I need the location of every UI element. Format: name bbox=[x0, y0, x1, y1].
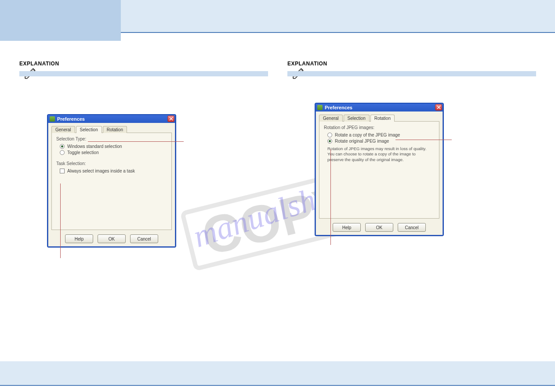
cancel-button[interactable]: Cancel bbox=[130, 234, 158, 243]
ok-button[interactable]: OK bbox=[98, 234, 126, 243]
preferences-dialog-selection: Preferences General Selection Rotation S… bbox=[47, 114, 176, 248]
cancel-button[interactable]: Cancel bbox=[398, 223, 426, 232]
app-icon bbox=[50, 116, 55, 122]
dialog-titlebar[interactable]: Preferences bbox=[48, 115, 175, 123]
checkbox-always-select[interactable] bbox=[60, 169, 65, 173]
explanation-bar-left bbox=[19, 71, 268, 76]
annotation-line bbox=[60, 183, 61, 258]
radio-windows-standard-label: Windows standard selection bbox=[67, 144, 122, 149]
dialog-title: Preferences bbox=[57, 116, 85, 122]
footer-rule bbox=[0, 385, 555, 386]
tab-general[interactable]: General bbox=[51, 126, 75, 133]
selection-type-label: Selection Type: bbox=[56, 137, 167, 141]
radio-toggle-selection-label: Toggle selection bbox=[67, 150, 99, 155]
tab-rotation[interactable]: Rotation bbox=[103, 126, 127, 133]
ok-button[interactable]: OK bbox=[365, 223, 393, 232]
radio-windows-standard[interactable] bbox=[60, 144, 65, 149]
tab-strip: General Selection Rotation bbox=[51, 126, 172, 133]
preferences-dialog-rotation: Preferences General Selection Rotation R… bbox=[315, 103, 444, 236]
footer-band bbox=[0, 361, 555, 385]
close-button[interactable] bbox=[167, 115, 174, 122]
tab-panel: Rotation of JPEG images: Rotate a copy o… bbox=[319, 121, 439, 219]
task-selection-label: Task Selection: bbox=[56, 161, 167, 166]
annotation-line bbox=[395, 140, 452, 140]
radio-rotate-original[interactable] bbox=[327, 139, 332, 144]
tab-selection[interactable]: Selection bbox=[76, 126, 102, 133]
tab-selection[interactable]: Selection bbox=[344, 115, 370, 122]
tab-strip: General Selection Rotation bbox=[319, 114, 439, 121]
tab-general[interactable]: General bbox=[319, 115, 343, 122]
radio-rotate-copy-label: Rotate a copy of the JPEG image bbox=[335, 133, 400, 137]
tab-rotation[interactable]: Rotation bbox=[370, 115, 395, 122]
header-accent bbox=[0, 0, 121, 41]
rotation-note: Rotation of JPEG images may result in lo… bbox=[327, 146, 428, 162]
dialog-title: Preferences bbox=[325, 105, 352, 110]
radio-rotate-original-label: Rotate original JPEG image bbox=[335, 139, 389, 144]
annotation-line bbox=[88, 141, 184, 142]
tab-panel: Selection Type: Windows standard selecti… bbox=[51, 133, 172, 230]
rotation-group-label: Rotation of JPEG images: bbox=[324, 125, 435, 130]
help-button[interactable]: Help bbox=[333, 223, 361, 232]
radio-rotate-copy[interactable] bbox=[327, 133, 332, 137]
dialog-titlebar[interactable]: Preferences bbox=[316, 104, 443, 111]
app-icon bbox=[317, 105, 323, 110]
close-button[interactable] bbox=[435, 104, 442, 111]
explanation-bar-right bbox=[287, 71, 536, 76]
radio-toggle-selection[interactable] bbox=[60, 150, 65, 155]
checkbox-always-select-label: Always select images inside a task bbox=[67, 169, 135, 173]
annotation-line bbox=[330, 149, 331, 245]
help-button[interactable]: Help bbox=[65, 234, 93, 243]
